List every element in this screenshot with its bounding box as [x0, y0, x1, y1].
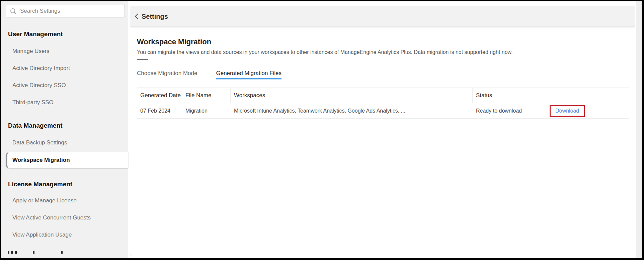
chevron-left-icon [135, 13, 139, 20]
cell-generated-date: 07 Feb 2024 [137, 103, 182, 118]
cell-workspaces: Microsoft Intune Analytics, Teamwork Ana… [231, 103, 473, 118]
sidebar-item-apply-or-manage-license[interactable]: Apply or Manage License [1, 197, 128, 204]
tab-generated-migration-files[interactable]: Generated Migration Files [216, 70, 281, 79]
column-header-status: Status [473, 88, 535, 103]
scrollbar[interactable] [636, 1, 642, 258]
sidebar-item-manage-users[interactable]: Manage Users [1, 48, 128, 55]
sidebar-item-third-party-sso[interactable]: Third-party SSO [1, 99, 128, 106]
column-header-file-name: File Name [182, 88, 231, 103]
back-to-settings[interactable]: Settings [135, 13, 168, 20]
sidebar-item-view-application-usage[interactable]: View Application Usage [1, 231, 128, 239]
description-underline [137, 59, 148, 60]
panel-body: Workspace Migration You can migrate the … [130, 27, 635, 119]
sidebar-nav: User Management Manage Users Active Dire… [1, 18, 128, 254]
page-title: Workspace Migration [137, 38, 635, 46]
table-row: 07 Feb 2024 Migration Microsoft Intune A… [137, 103, 629, 119]
page-description: You can migrate the views and data sourc… [137, 49, 635, 55]
panel-header: Settings [130, 6, 635, 27]
sidebar-item-active-directory-sso[interactable]: Active Directory SSO [1, 82, 128, 89]
sidebar-item-view-active-concurrent-guests[interactable]: View Active Concurrent Guests [1, 214, 128, 221]
cell-actions: Download [535, 103, 629, 118]
sidebar-item-workspace-migration-selected[interactable]: Workspace Migration [6, 152, 128, 168]
cell-file-name: Migration [182, 103, 231, 118]
search-icon [10, 8, 16, 14]
settings-sidebar: Search Settings User Management Manage U… [1, 1, 128, 258]
sidebar-item-data-backup-settings[interactable]: Data Backup Settings [1, 139, 128, 146]
clipped-section-heading [1, 251, 128, 254]
download-link[interactable]: Download [555, 108, 579, 114]
section-heading-data-management: Data Management [1, 122, 128, 129]
table-header-row: Generated Date File Name Workspaces Stat… [137, 87, 629, 103]
download-annotation-box: Download [550, 105, 585, 117]
column-header-workspaces: Workspaces [231, 88, 473, 103]
panel-title: Settings [142, 13, 168, 20]
migration-files-table: Generated Date File Name Workspaces Stat… [137, 87, 629, 119]
search-input[interactable]: Search Settings [6, 5, 125, 17]
tab-choose-migration-mode[interactable]: Choose Migration Mode [137, 70, 197, 79]
section-heading-user-management: User Management [1, 30, 128, 38]
cell-status: Ready to download [473, 103, 535, 118]
app-window: Search Settings User Management Manage U… [1, 1, 642, 258]
sidebar-item-active-directory-import[interactable]: Active Directory Import [1, 65, 128, 72]
tab-bar: Choose Migration Mode Generated Migratio… [137, 70, 635, 79]
column-header-generated-date: Generated Date [137, 88, 182, 103]
settings-panel: Settings Workspace Migration You can mig… [130, 6, 635, 256]
search-placeholder: Search Settings [20, 8, 60, 14]
column-header-actions [535, 88, 629, 103]
section-heading-license-management: License Management [1, 180, 128, 188]
